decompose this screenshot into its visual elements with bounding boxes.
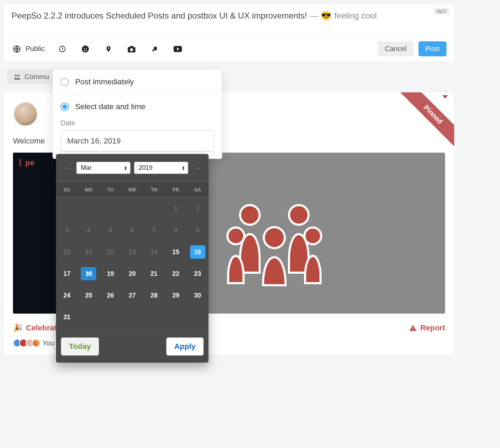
apply-button[interactable]: Apply: [166, 337, 204, 356]
month-select-value: Mar: [81, 164, 92, 171]
calendar-day-cell[interactable]: 25: [78, 285, 99, 306]
char-count-badge: 3927: [434, 8, 449, 15]
option-post-immediately-label: Post immediately: [75, 77, 134, 86]
calendar-day-cell[interactable]: 27: [121, 285, 143, 306]
postbox: 3927 PeepSo 2.2.2 introduces Scheduled P…: [3, 4, 455, 62]
location-pin-icon[interactable]: [103, 44, 114, 54]
privacy-selector[interactable]: Public: [12, 44, 44, 54]
calendar-day-cell[interactable]: 18↖: [78, 263, 99, 285]
cancel-button[interactable]: Cancel: [378, 41, 414, 56]
svg-point-6: [153, 49, 154, 51]
weekday-cell: FR: [165, 182, 186, 197]
camera-icon[interactable]: [126, 44, 137, 54]
calendar-day-cell[interactable]: 10: [56, 241, 78, 263]
sunglasses-emoji-icon: 😎: [321, 11, 331, 21]
calendar-day-cell[interactable]: 4: [78, 219, 99, 241]
radio-checked-icon: [61, 103, 69, 111]
calendar-day-cell[interactable]: 2: [187, 198, 209, 219]
svg-point-5: [130, 48, 133, 51]
svg-point-11: [240, 205, 260, 225]
separator-dash: —: [310, 11, 318, 21]
calendar-day-cell[interactable]: 13: [121, 241, 143, 263]
calendar-day-cell: [165, 306, 186, 328]
calendar-day-cell[interactable]: 6: [121, 219, 143, 241]
calendar-day-cell[interactable]: 31: [56, 306, 78, 328]
postbox-content[interactable]: PeepSo 2.2.2 introduces Scheduled Posts …: [12, 11, 446, 21]
calendar-day-cell[interactable]: 1: [165, 198, 186, 219]
calendar-day-cell: [143, 198, 165, 219]
weekday-cell: MO: [78, 182, 99, 197]
calendar-day-cell[interactable]: 30: [187, 285, 209, 306]
option-select-date-time-label: Select date and time: [75, 102, 146, 111]
svg-point-12: [289, 205, 309, 225]
warning-icon: [409, 324, 417, 331]
post-button[interactable]: Post: [418, 41, 446, 56]
users-icon: [13, 74, 21, 80]
weekday-cell: TU: [100, 182, 121, 197]
globe-icon: [12, 44, 22, 54]
calendar-day-cell[interactable]: 19: [100, 263, 121, 285]
calendar-day-cell: [121, 306, 143, 328]
community-chip[interactable]: Commu: [7, 69, 55, 84]
calendar-day-cell[interactable]: 20: [121, 263, 143, 285]
calendar-weekday-header: SUMOTUWETHFRSA: [56, 182, 209, 198]
svg-point-7: [155, 49, 157, 50]
radio-unchecked-icon: [61, 78, 69, 86]
year-select[interactable]: 2019 ▲▼: [134, 162, 188, 174]
calendar-day-cell[interactable]: 17: [56, 263, 78, 285]
calendar-day-cell[interactable]: 12: [100, 241, 121, 263]
svg-point-13: [227, 227, 244, 244]
weekday-cell: SU: [56, 182, 78, 197]
calendar-day-cell[interactable]: 29: [165, 285, 186, 306]
today-button[interactable]: Today: [61, 337, 99, 356]
reaction-icon-stack: [13, 339, 38, 347]
calendar-day-cell[interactable]: 26: [100, 285, 121, 306]
youtube-icon[interactable]: [172, 44, 183, 54]
clock-icon[interactable]: [57, 44, 68, 54]
calendar-day-cell[interactable]: 14: [143, 241, 165, 263]
calendar-day-cell[interactable]: 24: [56, 285, 78, 306]
calendar-day-cell: [100, 198, 121, 219]
people-group-icon: [222, 196, 327, 287]
calendar-day-cell[interactable]: 7: [143, 219, 165, 241]
report-button[interactable]: Report: [409, 323, 445, 332]
date-field-label: Date: [53, 119, 222, 131]
feeling-text: feeling cool: [334, 11, 376, 21]
svg-point-9: [15, 75, 17, 77]
pinned-label: Pinned: [398, 92, 454, 150]
calendar-day-cell[interactable]: 3: [56, 219, 78, 241]
option-select-date-time[interactable]: Select date and time: [53, 94, 222, 119]
month-select[interactable]: Mar ▲▼: [76, 162, 131, 174]
svg-point-14: [304, 227, 321, 244]
calendar-day-cell: [56, 198, 78, 219]
date-input[interactable]: March 16, 2019: [61, 131, 214, 152]
calendar-day-cell: [78, 198, 99, 219]
calendar-day-cell[interactable]: 16: [187, 241, 209, 263]
postbox-text: PeepSo 2.2.2 introduces Scheduled Posts …: [12, 11, 307, 21]
year-select-value: 2019: [139, 164, 153, 171]
prev-month-button[interactable]: ←: [62, 163, 72, 173]
calendar-day-cell[interactable]: 5: [100, 219, 121, 241]
avatar[interactable]: [13, 102, 38, 127]
calendar-day-cell: [100, 306, 121, 328]
celebrate-reaction[interactable]: 🎉 Celebrate: [13, 323, 61, 332]
party-popper-icon: 🎉: [13, 323, 22, 332]
option-post-immediately[interactable]: Post immediately: [53, 70, 222, 94]
calendar-day-cell[interactable]: 15: [165, 241, 186, 263]
calendar-day-cell: [121, 198, 143, 219]
weekday-cell: TH: [143, 182, 165, 197]
next-month-button[interactable]: →: [192, 163, 202, 173]
smile-icon[interactable]: [80, 44, 91, 54]
calendar-day-cell[interactable]: 23: [187, 263, 209, 285]
weekday-cell: WE: [121, 182, 143, 197]
calendar-day-cell[interactable]: 9: [187, 219, 209, 241]
calendar-day-cell[interactable]: 21: [143, 263, 165, 285]
music-note-icon[interactable]: [149, 44, 160, 54]
brand-mark: ⦚ pe: [19, 158, 35, 167]
calendar-day-cell[interactable]: 11: [78, 241, 99, 263]
weekday-cell: SA: [187, 182, 209, 197]
calendar-day-cell[interactable]: 28: [143, 285, 165, 306]
calendar-day-cell[interactable]: 22: [165, 263, 186, 285]
svg-point-2: [82, 46, 89, 52]
calendar-day-cell[interactable]: 8: [165, 219, 186, 241]
